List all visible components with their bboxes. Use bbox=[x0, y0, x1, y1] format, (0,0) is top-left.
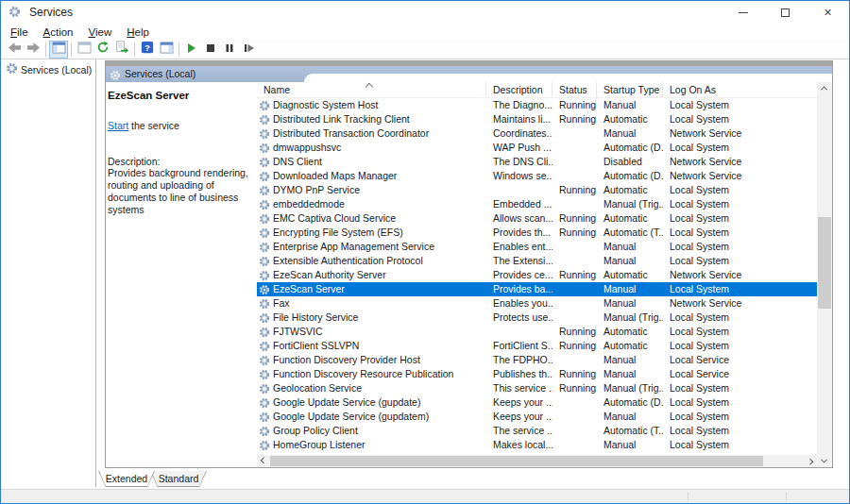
cell-log-on-as: Network Service bbox=[663, 169, 817, 183]
cell-description: Enables you... bbox=[486, 296, 552, 311]
service-row-dns-client[interactable]: DNS ClientThe DNS Cli...DisabledNetwork … bbox=[257, 155, 817, 169]
restart-service-button[interactable] bbox=[239, 41, 258, 59]
menu-action[interactable]: Action bbox=[36, 25, 81, 39]
start-service-icon bbox=[186, 41, 197, 58]
services-gear-icon bbox=[8, 5, 24, 20]
help-button[interactable]: ? bbox=[138, 41, 157, 59]
menu-view[interactable]: View bbox=[81, 25, 120, 39]
tree-item-services-local[interactable]: Services (Local) bbox=[2, 59, 95, 78]
start-service-button[interactable] bbox=[182, 41, 201, 59]
service-row-dmwappushsvc[interactable]: dmwappushsvcWAP Push ...Automatic (D...L… bbox=[257, 141, 817, 155]
service-row-enterprise-app-management-service[interactable]: Enterprise App Management ServiceEnables… bbox=[257, 240, 817, 254]
vertical-scrollbar-thumb[interactable] bbox=[818, 217, 831, 309]
scroll-down-arrow[interactable] bbox=[818, 455, 830, 467]
cell-log-on-as: Local System bbox=[663, 141, 817, 155]
service-row-geolocation-service[interactable]: Geolocation ServiceThis service ...Runni… bbox=[257, 381, 817, 395]
cell-startup-type: Automatic (D... bbox=[597, 169, 663, 183]
scroll-up-arrow[interactable] bbox=[818, 82, 830, 94]
forward-button[interactable] bbox=[24, 41, 42, 59]
cell-status: Running bbox=[552, 268, 597, 282]
forward-icon bbox=[26, 41, 41, 58]
service-row-homegroup-listener[interactable]: HomeGroup ListenerMakes local...ManualLo… bbox=[257, 438, 817, 452]
refresh-icon bbox=[96, 41, 110, 58]
show-action-pane-icon bbox=[160, 41, 174, 58]
close-button[interactable]: × bbox=[807, 1, 849, 24]
description-label: Description: bbox=[108, 156, 251, 167]
service-row-file-history-service[interactable]: File History ServiceProtects use...Manua… bbox=[257, 311, 817, 325]
service-row-function-discovery-provider-host[interactable]: Function Discovery Provider HostThe FDPH… bbox=[257, 353, 817, 367]
menu-help[interactable]: Help bbox=[119, 25, 157, 39]
properties-button[interactable] bbox=[75, 41, 94, 59]
cell-name: Extensible Authentication Protocol bbox=[257, 254, 486, 268]
column-header-startup-type[interactable]: Startup Type bbox=[597, 82, 663, 97]
cell-status bbox=[552, 410, 597, 424]
back-button[interactable] bbox=[5, 41, 24, 59]
menu-file[interactable]: File bbox=[3, 25, 36, 39]
service-row-encrypting-file-system-efs-[interactable]: Encrypting File System (EFS)Provides th.… bbox=[257, 226, 817, 240]
window-controls: × bbox=[722, 1, 849, 24]
column-header-description[interactable]: Description bbox=[486, 82, 552, 97]
cell-name: HomeGroup Listener bbox=[257, 438, 486, 452]
cell-description: Makes local... bbox=[486, 438, 552, 452]
status-bar-divider bbox=[786, 492, 787, 501]
services-list: NameDescriptionStatusStartup TypeLog On … bbox=[257, 82, 817, 467]
tab-extended[interactable]: Extended bbox=[98, 471, 155, 487]
cell-status: Running bbox=[552, 226, 597, 240]
window-title: Services bbox=[29, 6, 73, 19]
service-row-google-update-service-gupdatem-[interactable]: Google Update Service (gupdatem)Keeps yo… bbox=[257, 410, 817, 424]
service-row-emc-captiva-cloud-service[interactable]: EMC Captiva Cloud ServiceAllows scan...R… bbox=[257, 211, 817, 226]
column-header-name[interactable]: Name bbox=[257, 82, 486, 97]
cell-description: WAP Push ... bbox=[486, 141, 552, 155]
cell-log-on-as: Local System bbox=[663, 211, 817, 226]
svg-text:?: ? bbox=[144, 42, 150, 53]
cell-startup-type: Manual bbox=[597, 254, 663, 268]
refresh-button[interactable] bbox=[94, 41, 112, 59]
service-row-downloaded-maps-manager[interactable]: Downloaded Maps ManagerWindows se...Auto… bbox=[257, 169, 817, 183]
pause-service-button[interactable] bbox=[220, 41, 239, 59]
show-console-tree-button[interactable] bbox=[49, 41, 68, 59]
service-gear-icon bbox=[259, 199, 270, 210]
cell-name: Group Policy Client bbox=[257, 424, 486, 438]
service-row-fax[interactable]: FaxEnables you...ManualNetwork Service bbox=[257, 296, 817, 311]
maximize-button[interactable] bbox=[764, 1, 807, 24]
service-row-fjtwsvic[interactable]: FJTWSVICRunningAutomaticLocal System bbox=[257, 325, 817, 339]
stop-service-button[interactable] bbox=[201, 41, 220, 59]
cell-name: Google Update Service (gupdate) bbox=[257, 395, 486, 410]
service-row-distributed-transaction-coordinator[interactable]: Distributed Transaction CoordinatorCoord… bbox=[257, 126, 817, 141]
service-row-ezescan-authority-server[interactable]: EzeScan Authority ServerProvides ce...Ru… bbox=[257, 268, 817, 282]
column-header-log-on-as[interactable]: Log On As bbox=[663, 82, 817, 97]
cell-status bbox=[552, 169, 597, 183]
minimize-button[interactable] bbox=[722, 1, 764, 24]
scroll-left-arrow[interactable] bbox=[257, 455, 269, 467]
cell-startup-type: Manual bbox=[597, 282, 663, 296]
service-gear-icon bbox=[259, 242, 270, 253]
cell-startup-type: Manual bbox=[597, 410, 663, 424]
start-service-link[interactable]: Start bbox=[108, 120, 128, 131]
cell-description: FortiClient S... bbox=[486, 339, 552, 353]
horizontal-scrollbar[interactable] bbox=[257, 455, 817, 467]
cell-name: FortiClient SSLVPN bbox=[257, 339, 486, 353]
export-list-button[interactable] bbox=[112, 41, 131, 59]
service-row-extensible-authentication-protocol[interactable]: Extensible Authentication ProtocolThe Ex… bbox=[257, 254, 817, 268]
horizontal-scrollbar-thumb[interactable] bbox=[270, 456, 763, 466]
cell-name: Distributed Transaction Coordinator bbox=[257, 126, 486, 141]
service-row-embeddedmode[interactable]: embeddedmodeEmbedded ...Manual (Trig...L… bbox=[257, 197, 817, 211]
scroll-right-arrow[interactable] bbox=[805, 455, 817, 467]
column-header-status[interactable]: Status bbox=[552, 82, 597, 97]
cell-log-on-as: Local Service bbox=[663, 353, 817, 367]
show-action-pane-button[interactable] bbox=[157, 41, 176, 59]
title-bar[interactable]: Services × bbox=[1, 1, 849, 24]
service-row-diagnostic-system-host[interactable]: Diagnostic System HostThe Diagno...Runni… bbox=[257, 98, 817, 112]
service-gear-icon bbox=[259, 298, 270, 310]
cell-description: Provides th... bbox=[486, 226, 552, 240]
service-row-dymo-pnp-service[interactable]: DYMO PnP ServiceRunningAutomaticLocal Sy… bbox=[257, 183, 817, 197]
service-row-group-policy-client[interactable]: Group Policy ClientThe service ...Automa… bbox=[257, 424, 817, 438]
cell-description: Keeps your ... bbox=[486, 410, 552, 424]
service-row-forticlient-sslvpn[interactable]: FortiClient SSLVPNFortiClient S...Runnin… bbox=[257, 339, 817, 353]
service-row-function-discovery-resource-publication[interactable]: Function Discovery Resource PublicationP… bbox=[257, 367, 817, 381]
service-row-ezescan-server[interactable]: EzeScan ServerProvides ba...ManualLocal … bbox=[257, 282, 817, 296]
vertical-scrollbar[interactable] bbox=[817, 82, 832, 467]
service-row-distributed-link-tracking-client[interactable]: Distributed Link Tracking ClientMaintain… bbox=[257, 112, 817, 126]
tab-standard[interactable]: Standard bbox=[150, 471, 207, 487]
service-row-google-update-service-gupdate-[interactable]: Google Update Service (gupdate)Keeps you… bbox=[257, 395, 817, 410]
